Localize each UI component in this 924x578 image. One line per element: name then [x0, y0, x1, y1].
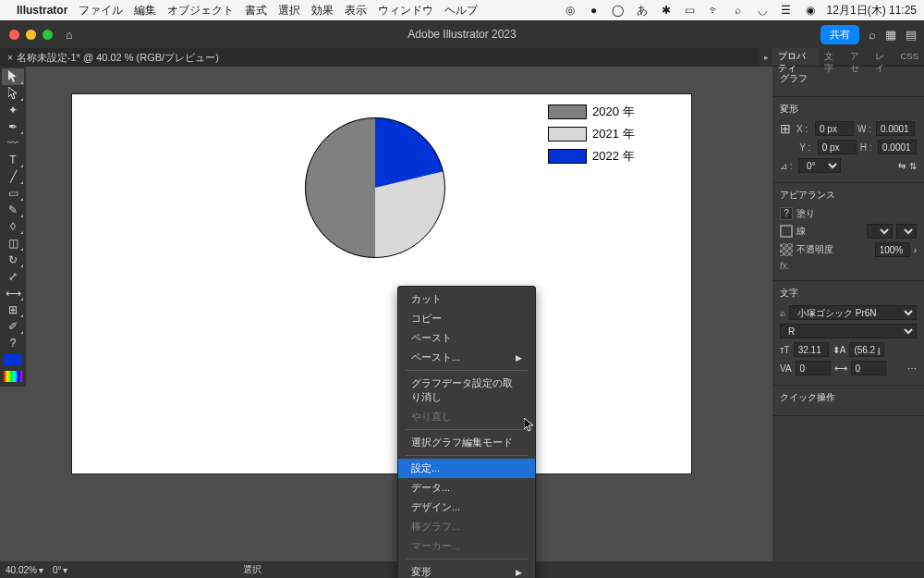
scale-tool[interactable]: ⤢ [2, 268, 24, 285]
menu-object[interactable]: オブジェクト [167, 3, 234, 18]
pie-chart[interactable] [305, 117, 445, 258]
stroke-swatch-icon[interactable] [780, 225, 793, 238]
search-icon[interactable]: ⌕ [869, 28, 876, 42]
separator [406, 455, 528, 456]
ctx-undo-graphdata[interactable]: グラフデータ設定の取り消し [398, 374, 535, 407]
sys-icon-input[interactable]: あ [635, 3, 650, 18]
h-input[interactable] [878, 140, 917, 154]
panel-toggle[interactable]: ▸ [760, 48, 772, 67]
workspace-icon[interactable]: ▤ [906, 28, 917, 42]
search-icon[interactable]: ⌕ [780, 308, 785, 318]
tab-properties[interactable]: プロパティ [772, 48, 819, 66]
shaper-tool[interactable]: ◊ [2, 218, 24, 235]
sys-icon-record[interactable]: ◯ [611, 3, 626, 18]
menu-view[interactable]: 表示 [345, 3, 367, 18]
ctx-design[interactable]: デザイン... [398, 498, 535, 517]
curvature-tool[interactable]: 〰 [2, 135, 24, 152]
menu-select[interactable]: 選択 [278, 3, 300, 18]
zoom-control[interactable]: 40.02%▾ [6, 565, 43, 575]
sys-icon-cc[interactable]: ☰ [779, 3, 794, 18]
home-icon[interactable]: ⌂ [66, 28, 73, 42]
leading-input[interactable] [849, 342, 884, 357]
gradient-swatch-tool[interactable] [2, 368, 24, 385]
kerning-input[interactable] [796, 361, 831, 375]
menu-window[interactable]: ウィンドウ [378, 3, 433, 18]
w-label: W : [857, 124, 872, 134]
app-name[interactable]: Illustrator [17, 4, 67, 17]
selection-tool[interactable] [2, 68, 24, 85]
rotate-tool[interactable]: ↻ [2, 252, 24, 268]
y-input[interactable] [818, 140, 857, 154]
ctx-settings[interactable]: 設定... [398, 459, 535, 478]
ctx-data[interactable]: データ... [398, 478, 535, 498]
stroke-profile-input[interactable] [896, 224, 917, 239]
tracking-icon: ⟷ [834, 363, 847, 374]
window-close[interactable] [9, 30, 19, 40]
ctx-paste-special[interactable]: ペースト...▶ [398, 348, 535, 367]
window-minimize[interactable] [26, 30, 36, 40]
font-family-input[interactable]: 小塚ゴシック Pr6N [789, 305, 917, 320]
tab-close-icon[interactable]: × [7, 53, 13, 63]
sys-icon-wifi[interactable]: ᯤ [707, 3, 722, 18]
menu-type[interactable]: 書式 [245, 3, 267, 18]
fx-label[interactable]: fx. [780, 261, 790, 271]
ctx-redo: やり直し [398, 407, 535, 426]
sys-icon-siri[interactable]: ◉ [803, 3, 818, 18]
chevron-down-icon: ▾ [63, 565, 67, 575]
menu-edit[interactable]: 編集 [134, 3, 156, 18]
menu-help[interactable]: ヘルプ [444, 3, 478, 18]
ctx-paste[interactable]: ペースト [398, 328, 535, 348]
rotate-view-control[interactable]: 0°▾ [53, 565, 68, 575]
share-button[interactable]: 共有 [821, 25, 859, 44]
w-input[interactable] [876, 121, 915, 136]
ctx-transform[interactable]: 変形▶ [398, 562, 535, 578]
ctx-cut[interactable]: カット [398, 289, 535, 309]
type-tool[interactable]: T [2, 152, 24, 168]
ctx-graph-edit-mode[interactable]: 選択グラフ編集モード [398, 433, 535, 452]
color-swatch-tool[interactable] [2, 351, 24, 368]
chevron-right-icon[interactable]: › [914, 245, 917, 255]
tracking-input[interactable] [851, 361, 886, 375]
flip-h-icon[interactable]: ⇆ [898, 161, 906, 171]
paintbrush-tool[interactable]: ✎ [2, 202, 24, 218]
direct-selection-tool[interactable] [2, 85, 24, 102]
question-tool[interactable]: ? [2, 335, 24, 351]
eyedropper-tool[interactable]: ✐ [2, 318, 24, 335]
clock[interactable]: 12月1日(木) 11:25 [827, 3, 917, 18]
stroke-width-input[interactable] [867, 224, 893, 239]
width-tool[interactable]: ⟷ [2, 285, 24, 301]
flip-v-icon[interactable]: ⇅ [909, 161, 917, 171]
sys-icon-user[interactable]: ◡ [755, 3, 770, 18]
tab-css[interactable]: CSS [894, 48, 924, 66]
rotate-input[interactable]: 0° [798, 158, 841, 173]
x-input[interactable] [815, 121, 854, 136]
menu-file[interactable]: ファイル [79, 3, 123, 18]
more-options-icon[interactable]: ⋯ [907, 363, 917, 374]
line-tool[interactable]: ╱ [2, 168, 24, 185]
menu-effect[interactable]: 効果 [311, 3, 334, 18]
anchor-icon[interactable]: ⊞ [780, 121, 791, 136]
tab-character[interactable]: 文字 [819, 48, 844, 66]
fill-unknown-icon[interactable]: ? [780, 207, 793, 220]
tab-layers[interactable]: レイ [869, 48, 894, 66]
window-zoom[interactable] [43, 30, 53, 40]
arrange-icon[interactable]: ▦ [885, 28, 896, 42]
chevron-right-icon: ▶ [516, 568, 522, 577]
font-style-input[interactable]: R [780, 324, 917, 338]
magic-wand-tool[interactable]: ✦ [2, 102, 24, 118]
rectangle-tool[interactable]: ▭ [2, 185, 24, 202]
font-size-input[interactable] [794, 342, 829, 357]
ctx-copy[interactable]: コピー [398, 309, 535, 328]
sys-icon-battery[interactable]: ▭ [683, 3, 698, 18]
sys-icon-search[interactable]: ⌕ [731, 3, 746, 18]
sys-icon-line[interactable]: ● [587, 3, 602, 18]
ctx-column: 棒グラフ... [398, 517, 535, 536]
opacity-input[interactable] [875, 242, 910, 257]
document-tab[interactable]: × 名称未設定-1* @ 40.02 % (RGB/プレビュー) [7, 51, 219, 65]
pen-tool[interactable]: ✒ [2, 118, 24, 135]
sys-icon-bt[interactable]: ✱ [659, 3, 674, 18]
sys-icon-1[interactable]: ◎ [563, 3, 578, 18]
tab-assets[interactable]: アセ [845, 48, 869, 66]
eraser-tool[interactable]: ◫ [2, 235, 24, 252]
free-transform-tool[interactable]: ⊞ [2, 301, 24, 318]
